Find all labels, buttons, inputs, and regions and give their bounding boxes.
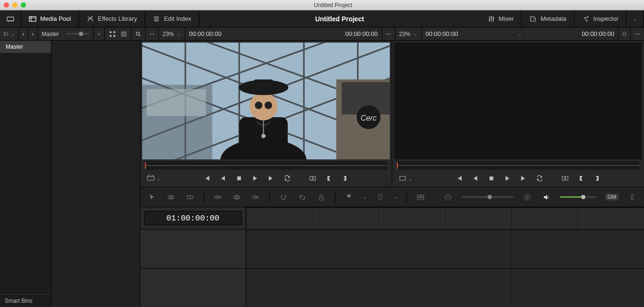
mixer-label: Mixer	[499, 15, 514, 22]
program-first-frame-button[interactable]	[454, 173, 465, 184]
source-zoom-value: 23%	[163, 31, 174, 37]
source-viewer: Cerc	[140, 41, 392, 187]
source-loop-button[interactable]	[282, 173, 293, 184]
svg-rect-41	[168, 196, 170, 199]
grid-view-icon[interactable]	[109, 29, 116, 39]
svg-rect-32	[146, 89, 206, 116]
svg-rect-42	[172, 196, 174, 199]
svg-rect-50	[417, 195, 420, 197]
svg-rect-34	[237, 176, 241, 180]
media-pool-label: Media Pool	[40, 15, 71, 22]
edit-index-label: Edit Index	[164, 15, 191, 22]
media-pool-panel[interactable]	[52, 41, 140, 307]
svg-point-6	[492, 18, 494, 19]
source-mark-in-button[interactable]	[323, 173, 335, 184]
mute-icon[interactable]	[627, 192, 637, 202]
insert-clip-icon[interactable]	[213, 192, 223, 202]
program-scrub-bar[interactable]	[397, 161, 639, 170]
svg-rect-38	[489, 176, 493, 180]
inspector-button[interactable]: Inspector	[575, 10, 627, 27]
sort-toggle[interactable]	[94, 27, 105, 40]
svg-rect-15	[113, 35, 115, 37]
bin-path-label: Master	[42, 31, 59, 37]
timeline-zoom-slider[interactable]	[462, 196, 514, 198]
sidebar-item-master[interactable]: Master	[0, 41, 51, 53]
media-pool-button[interactable]: Media Pool	[21, 10, 79, 27]
source-scrub-bar[interactable]	[145, 161, 387, 170]
program-position-timecode: 00:00:00:00	[582, 30, 614, 37]
source-mark-out-button[interactable]	[339, 173, 351, 184]
program-match-frame-button[interactable]	[559, 173, 571, 184]
program-mark-in-button[interactable]	[575, 173, 587, 184]
bin-path[interactable]: Master	[38, 27, 94, 40]
program-last-frame-button[interactable]	[518, 173, 529, 184]
program-mark-out-button[interactable]	[592, 173, 603, 184]
minimize-window-button[interactable]	[12, 2, 17, 8]
program-play-button[interactable]	[502, 173, 513, 184]
dim-button[interactable]: DIM	[605, 193, 618, 201]
source-options-button[interactable]: ⋯	[382, 27, 395, 40]
effects-library-button[interactable]: Effects Library	[79, 10, 145, 27]
source-mode-dropdown[interactable]: ⌄	[140, 175, 160, 182]
replace-clip-icon[interactable]	[250, 192, 261, 202]
browser-options-button[interactable]: ⋯	[146, 27, 159, 40]
source-reverse-play-button[interactable]	[217, 173, 229, 184]
zoom-in-icon[interactable]	[522, 192, 532, 202]
program-options-button[interactable]: ⋯	[631, 27, 644, 40]
volume-icon[interactable]	[541, 192, 551, 202]
zoom-out-icon[interactable]	[443, 192, 453, 202]
expand-toolbar-button[interactable]: ⌄	[627, 10, 644, 27]
workspace-icon[interactable]	[0, 10, 21, 27]
marker-icon[interactable]	[375, 192, 386, 202]
nav-forward-button[interactable]: ›	[28, 27, 38, 40]
selection-tool-icon[interactable]	[147, 192, 157, 202]
blade-tool-icon[interactable]	[185, 192, 195, 202]
sidebar-toggle[interactable]: ⌄	[0, 27, 19, 40]
source-first-frame-button[interactable]	[201, 173, 213, 184]
flag-dropdown[interactable]: ⌄	[363, 194, 367, 200]
source-viewer-canvas[interactable]: Cerc	[142, 43, 390, 159]
metadata-button[interactable]: Metadata	[522, 10, 574, 27]
overwrite-clip-icon[interactable]	[232, 192, 242, 202]
safe-area-button[interactable]	[618, 27, 631, 40]
link-icon[interactable]	[297, 192, 308, 202]
svg-rect-36	[313, 176, 316, 180]
mixer-button[interactable]: Mixer	[480, 10, 522, 27]
timeline-grid[interactable]	[246, 207, 644, 307]
source-play-button[interactable]	[249, 173, 261, 184]
smart-bins-header[interactable]: Smart Bins	[0, 294, 51, 307]
close-window-button[interactable]	[4, 2, 9, 8]
main-toolbar: Media Pool Effects Library Edit Index Un…	[0, 10, 644, 27]
flag-icon[interactable]	[344, 192, 354, 202]
snap-icon[interactable]	[278, 192, 289, 202]
source-clip-name-area[interactable]: 00:00:00:00 00:00:00:00	[185, 27, 382, 40]
source-last-frame-button[interactable]	[266, 173, 277, 184]
list-view-icon[interactable]	[120, 29, 128, 39]
program-stop-button[interactable]	[486, 173, 497, 184]
edit-index-button[interactable]: Edit Index	[145, 10, 199, 27]
trim-tool-icon[interactable]	[166, 192, 176, 202]
program-reverse-play-button[interactable]	[470, 173, 481, 184]
program-zoom-dropdown[interactable]: 23%⌄	[395, 27, 422, 40]
timeline-view-icon[interactable]	[415, 192, 426, 202]
svg-point-25	[249, 92, 277, 120]
lock-icon[interactable]	[316, 192, 326, 202]
thumbnail-size-slider[interactable]	[66, 33, 89, 35]
source-zoom-dropdown[interactable]: 23%⌄	[159, 27, 185, 40]
marker-dropdown[interactable]: ⌄	[394, 194, 398, 200]
search-button[interactable]	[131, 27, 146, 40]
svg-point-30	[261, 134, 266, 138]
source-match-frame-button[interactable]	[307, 173, 318, 184]
program-loop-button[interactable]	[534, 173, 545, 184]
source-stop-button[interactable]	[233, 173, 245, 184]
audio-track-header[interactable]	[140, 268, 246, 307]
volume-slider[interactable]	[560, 196, 597, 198]
browser-toolbar: ⌄ ‹ › Master ⋯ 23%⌄ 00:00:00:00 00:00:00…	[0, 27, 644, 41]
maximize-window-button[interactable]	[21, 2, 26, 8]
program-mode-dropdown[interactable]: ⌄	[392, 175, 412, 182]
program-sequence-area[interactable]: 00:00:00:00 ⌄ 00:00:00:00	[422, 27, 619, 40]
video-track-header[interactable]	[140, 229, 246, 268]
timeline-timecode-display[interactable]: 01:00:00:00	[144, 211, 242, 225]
program-viewer-canvas[interactable]	[394, 43, 642, 159]
nav-back-button[interactable]: ‹	[19, 27, 28, 40]
